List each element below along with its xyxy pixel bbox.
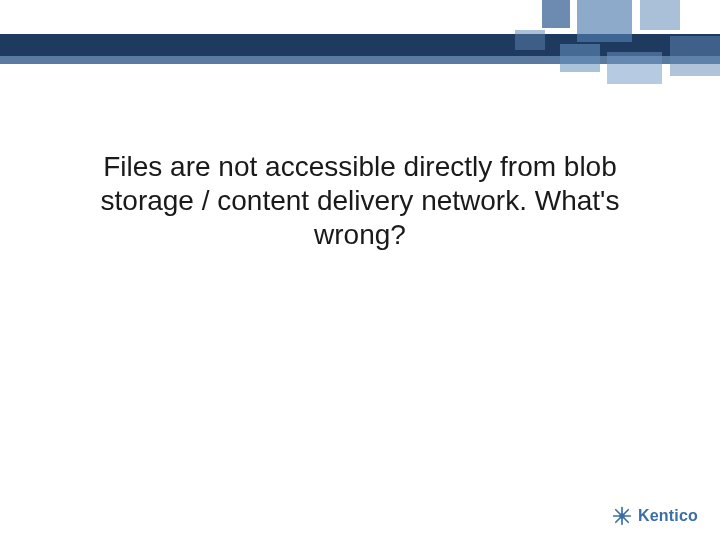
- slide: Files are not accessible directly from b…: [0, 0, 720, 540]
- header-square-icon: [577, 0, 632, 42]
- footer-brand-text: Kentico: [638, 507, 698, 525]
- header-square-icon: [640, 0, 680, 30]
- svg-point-4: [620, 514, 624, 518]
- slide-title: Files are not accessible directly from b…: [60, 150, 660, 252]
- title-block: Files are not accessible directly from b…: [60, 150, 660, 252]
- header-square-icon: [542, 0, 570, 28]
- header-square-icon: [670, 36, 720, 76]
- header-bar: [0, 0, 720, 80]
- snowflake-icon: [612, 506, 632, 526]
- header-square-icon: [607, 52, 662, 84]
- footer-logo: Kentico: [612, 506, 698, 526]
- header-square-icon: [515, 30, 545, 50]
- header-square-icon: [560, 44, 600, 72]
